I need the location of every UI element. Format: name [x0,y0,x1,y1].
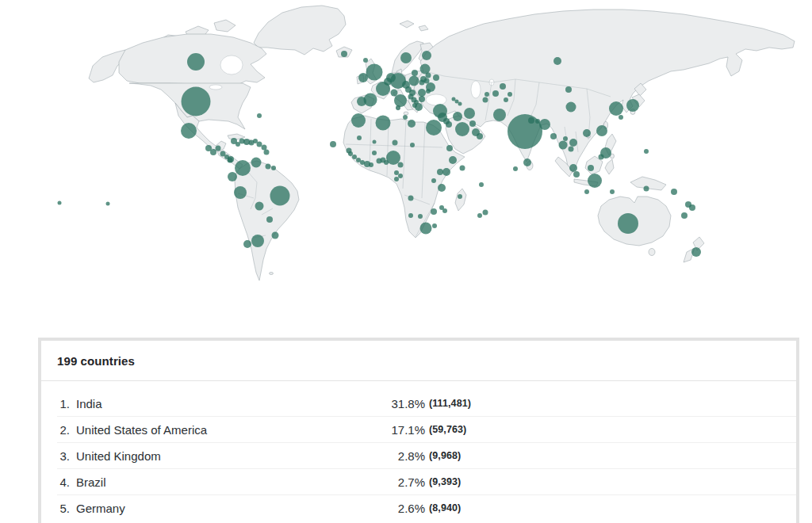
country-bubble[interactable] [257,142,262,147]
country-bubble[interactable] [550,133,557,139]
country-bubble[interactable] [437,169,443,175]
country-bubble[interactable] [424,78,430,84]
country-bubble[interactable] [408,120,416,128]
country-bubble[interactable] [619,115,623,120]
country-bubble[interactable] [569,139,577,147]
country-bubble[interactable] [431,178,436,183]
country-bubble[interactable] [513,166,518,171]
country-bubble[interactable] [341,51,347,57]
country-bubble[interactable] [235,160,251,176]
country-bubble[interactable] [563,136,568,141]
country-bubble[interactable] [583,129,591,137]
country-bubble[interactable] [596,125,607,136]
country-bubble[interactable] [438,184,446,192]
country-bubble[interactable] [442,168,450,176]
country-bubble[interactable] [539,119,550,130]
country-bubble[interactable] [358,73,368,82]
country-bubble[interactable] [426,120,442,136]
country-bubble[interactable] [553,57,561,65]
country-bubble[interactable] [357,136,362,140]
country-bubble[interactable] [266,216,273,223]
country-bubble[interactable] [432,223,437,228]
country-bubble[interactable] [266,164,271,170]
country-bubble[interactable] [644,149,649,154]
country-bubble[interactable] [272,232,279,239]
country-bubble[interactable] [460,166,465,171]
country-bubble[interactable] [483,97,488,103]
country-bubble[interactable] [271,166,276,170]
country-bubble[interactable] [588,174,602,188]
country-bubble[interactable] [216,146,221,151]
country-bubble[interactable] [569,164,577,172]
country-bubble[interactable] [363,58,368,63]
country-bubble[interactable] [409,76,419,86]
country-bubble[interactable] [569,147,574,152]
country-bubble[interactable] [523,158,531,166]
country-bubble[interactable] [422,51,431,60]
country-bubble[interactable] [535,119,540,124]
country-bubble[interactable] [400,52,412,63]
country-bubble[interactable] [356,158,361,162]
country-bubble[interactable] [408,196,414,201]
country-bubble[interactable] [618,213,638,234]
country-bubble[interactable] [479,182,484,187]
country-bubble[interactable] [681,212,688,219]
country-bubble[interactable] [351,113,366,128]
country-bubble[interactable] [566,102,576,113]
country-bubble[interactable] [469,120,476,127]
country-bubble[interactable] [394,177,399,181]
country-bubble[interactable] [348,151,353,156]
country-bubble[interactable] [426,73,431,78]
country-bubble[interactable] [251,158,262,168]
country-bubble[interactable] [493,109,506,121]
country-bubble[interactable] [376,116,391,131]
country-bubble[interactable] [446,145,453,151]
country-bubble[interactable] [372,151,377,155]
country-bubble[interactable] [352,155,357,159]
country-bubble[interactable] [446,121,452,128]
country-bubble[interactable] [408,213,413,218]
country-bubble[interactable] [691,247,701,257]
country-bubble[interactable] [458,102,462,106]
country-bubble[interactable] [455,122,469,136]
country-bubble[interactable] [412,70,418,76]
country-bubble[interactable] [500,83,506,90]
country-bubble[interactable] [243,240,251,248]
country-bubble[interactable] [559,141,568,150]
country-bubble[interactable] [442,208,447,213]
country-bubble[interactable] [452,97,456,101]
country-bubble[interactable] [182,87,211,116]
country-bubble[interactable] [453,112,462,121]
country-bubble[interactable] [508,92,512,97]
country-bubble[interactable] [257,113,262,118]
country-bubble[interactable] [455,100,459,104]
country-bubble[interactable] [599,155,604,160]
country-bubble[interactable] [584,189,589,194]
country-bubble[interactable] [364,94,377,107]
country-bubble[interactable] [433,74,439,81]
country-bubble[interactable] [483,210,488,216]
country-bubble[interactable] [609,101,623,116]
country-bubble[interactable] [228,172,237,181]
country-bubble[interactable] [588,165,594,171]
country-bubble[interactable] [573,171,580,178]
country-bubble[interactable] [181,123,197,139]
country-bubble[interactable] [426,82,435,92]
country-bubble[interactable] [410,143,415,147]
country-bubble[interactable] [58,201,62,205]
country-bubble[interactable] [106,202,110,206]
country-bubble[interactable] [528,117,534,124]
country-bubble[interactable] [492,90,499,97]
country-bubble[interactable] [458,194,462,199]
country-bubble[interactable] [386,151,400,165]
country-bubble[interactable] [415,103,423,111]
country-bubble[interactable] [418,214,423,219]
country-bubble[interactable] [419,96,425,102]
country-bubble[interactable] [394,94,407,107]
country-bubble[interactable] [270,186,290,206]
country-bubble[interactable] [477,213,482,218]
country-bubble[interactable] [449,156,457,164]
country-bubble[interactable] [644,186,649,192]
country-bubble[interactable] [477,133,483,139]
country-bubble[interactable] [366,64,383,81]
